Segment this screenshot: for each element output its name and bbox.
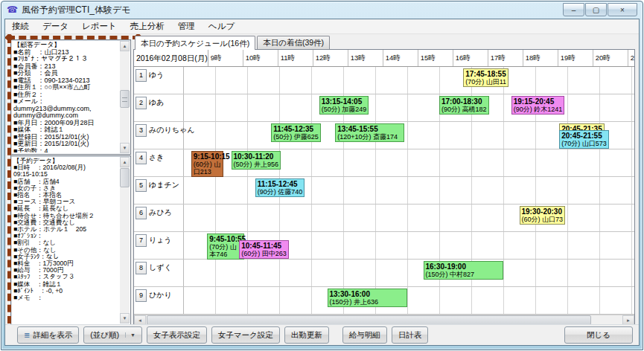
reservation-event[interactable]: 16:30-19:00(150分) 中村827 — [424, 261, 504, 280]
schedule-row: 2ゆあ13:15-14:05(50分) 加藤24917:00-18:30(90分… — [134, 94, 634, 122]
event-info: (50分) 加藤249 — [322, 106, 367, 113]
panel-line: ■予約数：4 — [13, 148, 119, 153]
row-number[interactable]: 7 — [136, 234, 147, 247]
daily-report-button[interactable]: 日計表 — [392, 326, 429, 344]
customer-scrollbar[interactable]: ▲ ▼ — [120, 41, 130, 153]
tab-strip: 本日の予約スケジュール(16件) 本日の着信(39件) — [133, 36, 635, 49]
event-info: (150分) 井上636 — [330, 298, 406, 306]
scrollbar-thumb[interactable] — [120, 90, 130, 108]
row-number[interactable]: 1 — [136, 69, 147, 82]
menu-item-data[interactable]: データ — [36, 19, 75, 33]
sort-order-button[interactable]: (並び順)▼ — [83, 326, 142, 344]
menu-item-report[interactable]: レポート — [75, 19, 124, 33]
main-content: 【顧客データ】■名前 ：山口213■ﾌﾘｶﾞﾅ：ヤマグチ２１３■会員番：213■… — [5, 34, 639, 324]
row-number[interactable]: 3 — [136, 124, 147, 137]
reservation-event[interactable]: 19:15-20:45(90分) 鈴木1241 — [511, 96, 565, 115]
reservation-scrollbar[interactable]: ▲ ▼ — [120, 157, 130, 323]
minimize-button[interactable]: – — [563, 3, 584, 16]
reservation-event[interactable]: 9:15-10:15(60分) 山口213 — [191, 151, 223, 177]
girl-display-settings-button[interactable]: 女子表示設定 — [147, 326, 207, 344]
attendance-update-button[interactable]: 出勤更新 — [284, 326, 329, 344]
event-info: (70分) 山本746 — [209, 243, 242, 258]
reservation-event[interactable]: 13:45-15:55(120+10分) 斎藤174 — [335, 123, 404, 142]
event-info: (60分) 田中263 — [241, 250, 287, 257]
reservation-event[interactable]: 13:30-16:00(150分) 井上636 — [328, 289, 408, 307]
event-info: (90分) 鈴木1241 — [514, 106, 563, 113]
reservation-event[interactable]: 19:30-20:30(60分) 山口73 — [520, 206, 566, 225]
hour-header: 17時 — [488, 50, 523, 66]
reservation-event[interactable]: 17:00-18:30(90分) 高橋182 — [439, 96, 489, 115]
event-info: (50分) 伊藤625 — [273, 133, 319, 141]
girl-name[interactable]: みひろ — [149, 207, 172, 218]
tab-today-schedule[interactable]: 本日の予約スケジュール(16件) — [135, 36, 255, 50]
event-time: 16:30-19:00 — [426, 263, 502, 271]
customer-data-text: 【顧客データ】■名前 ：山口213■ﾌﾘｶﾞﾅ：ヤマグチ２１３■会員番：213■… — [13, 42, 119, 152]
reservation-event[interactable]: 17:45-18:55(70分) 山田11 — [463, 68, 508, 87]
schedule-grid: 2016年02月08日(月) 9時10時11時12時13時14時15時16時17… — [133, 49, 635, 324]
event-info: (50分) 井上956 — [234, 161, 279, 168]
tab-today-calls[interactable]: 本日の着信(39件) — [257, 36, 330, 49]
button-label: 女子マーク設定 — [218, 330, 273, 341]
scroll-up-icon[interactable]: ▲ — [120, 41, 130, 51]
schedule-row: 6みひろ19:30-20:30(60分) 山口73 — [134, 205, 634, 232]
scroll-up-icon[interactable]: ▲ — [120, 157, 130, 167]
show-detail-button[interactable]: ≣詳細を表示 — [17, 326, 79, 344]
scrollbar-thumb[interactable] — [120, 168, 130, 187]
event-info: (120+10分) 斎藤174 — [337, 133, 402, 141]
reservation-event[interactable]: 10:30-11:20(50分) 井上956 — [232, 151, 281, 170]
payroll-detail-button[interactable]: 給与明細 — [342, 326, 387, 344]
menu-item-sales-analysis[interactable]: 売上分析 — [124, 19, 171, 33]
scroll-down-icon[interactable]: ▼ — [120, 313, 130, 323]
row-number[interactable]: 8 — [136, 262, 147, 274]
scrollbar-thumb[interactable] — [147, 315, 591, 324]
menu-item-connect[interactable]: 接続 — [5, 19, 36, 33]
close-window-button[interactable]: × — [608, 3, 637, 16]
row-number[interactable]: 6 — [136, 207, 147, 219]
girl-name[interactable]: りょう — [149, 235, 172, 245]
customer-data-panel: 【顧客データ】■名前 ：山口213■ﾌﾘｶﾞﾅ：ヤマグチ２１３■会員番：213■… — [10, 39, 131, 155]
hour-header: 21時 — [628, 50, 634, 66]
button-label: 女子表示設定 — [153, 330, 200, 341]
row-number[interactable]: 2 — [136, 97, 147, 109]
row-number[interactable]: 9 — [136, 289, 147, 302]
girl-name[interactable]: ゆう — [149, 70, 164, 80]
scroll-down-icon[interactable]: ▼ — [120, 143, 130, 153]
title-bar[interactable]: ☎ 風俗予約管理CTI_体験デモ – ▢ × — [1, 1, 643, 18]
girl-name[interactable]: みのりちゃん — [149, 125, 194, 135]
row-number[interactable]: 5 — [136, 179, 147, 192]
girl-mark-settings-button[interactable]: 女子マーク設定 — [211, 326, 280, 344]
close-button[interactable]: 閉じる — [564, 326, 633, 344]
event-time: 13:45-15:55 — [337, 125, 402, 133]
panel-line: ■メモ ： — [13, 294, 119, 301]
button-label: 給与明細 — [349, 330, 380, 341]
grid-horizontal-scrollbar[interactable]: ◄ ► — [134, 315, 634, 324]
girl-name[interactable]: ゆあ — [149, 97, 164, 108]
event-time: 19:30-20:30 — [522, 207, 564, 216]
hour-header: 20時 — [593, 50, 628, 66]
window-body: 接続データレポート売上分析管理ヘルプ 【顧客データ】■名前 ：山口213■ﾌﾘｶ… — [4, 19, 640, 346]
button-label: 詳細を表示 — [33, 330, 72, 341]
scroll-right-icon[interactable]: ► — [622, 315, 634, 324]
reservation-event[interactable]: 11:45-12:35(50分) 伊藤625 — [271, 123, 321, 142]
reservation-event[interactable]: 11:15-12:45(90分) 佐藤740 — [255, 178, 305, 197]
date-header: 2016年02月08日(月) — [134, 50, 208, 66]
event-time: 20:45-21:55 — [561, 132, 607, 140]
girl-name[interactable]: しずく — [149, 263, 172, 273]
girl-name[interactable]: ひかり — [149, 290, 172, 300]
reservation-event[interactable]: 10:45-11:45(60分) 田中263 — [239, 240, 289, 259]
menu-item-help[interactable]: ヘルプ — [202, 19, 241, 33]
girl-name[interactable]: さき — [149, 152, 164, 163]
hour-header: 9時 — [208, 50, 243, 66]
event-info: (70分) 山口573 — [561, 140, 607, 147]
row-number[interactable]: 4 — [136, 152, 147, 164]
reservation-event[interactable]: 20:45-21:55(70分) 山口573 — [559, 130, 609, 149]
event-info: (90分) 高橋182 — [441, 106, 487, 113]
girl-name[interactable]: ゆまチン — [149, 180, 179, 190]
menu-item-management[interactable]: 管理 — [171, 19, 202, 33]
event-time: 11:45-12:35 — [273, 125, 319, 133]
scroll-left-icon[interactable]: ◄ — [134, 315, 146, 324]
button-label: 日計表 — [398, 330, 422, 341]
maximize-button[interactable]: ▢ — [585, 3, 607, 16]
reservation-event[interactable]: 13:15-14:05(50分) 加藤249 — [319, 96, 369, 115]
button-label: (並び順) — [90, 330, 119, 341]
